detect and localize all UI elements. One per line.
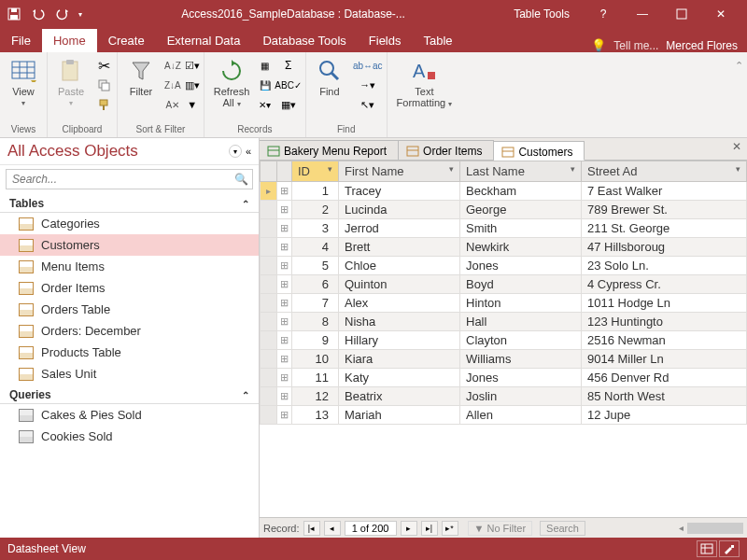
tab-database-tools[interactable]: Database Tools <box>251 29 357 52</box>
refresh-all-button[interactable]: RefreshAll ▾ <box>208 56 256 111</box>
table-row[interactable]: ⊞7AlexHinton1011 Hodge Ln <box>261 294 747 313</box>
row-selector[interactable] <box>261 219 277 238</box>
help-icon[interactable]: ? <box>585 0 622 28</box>
row-selector[interactable] <box>261 350 277 369</box>
cell-street[interactable]: 85 North West <box>582 387 747 406</box>
table-row[interactable]: ⊞10KiaraWilliams9014 Miller Ln <box>261 350 747 369</box>
cell-id[interactable]: 4 <box>292 238 339 257</box>
document-tab[interactable]: Customers <box>494 141 585 161</box>
tab-external-data[interactable]: External Data <box>156 29 252 52</box>
row-selector[interactable]: ▸ <box>261 182 277 201</box>
table-row[interactable]: ⊞11KatyJones456 Denver Rd <box>261 369 747 387</box>
nav-item-table[interactable]: Menu Items <box>0 256 259 277</box>
row-selector[interactable] <box>261 238 277 257</box>
expand-row-icon[interactable]: ⊞ <box>277 331 292 350</box>
next-record-icon[interactable]: ▸ <box>401 521 417 536</box>
expand-row-icon[interactable]: ⊞ <box>277 182 292 201</box>
format-painter-icon[interactable] <box>94 95 113 114</box>
nav-item-table[interactable]: Sales Unit <box>0 363 259 385</box>
qat-dropdown-icon[interactable]: ▾ <box>78 10 82 19</box>
totals-icon[interactable]: Σ <box>275 56 302 75</box>
cut-icon[interactable]: ✂ <box>94 56 113 75</box>
cell-first-name[interactable]: Alex <box>339 294 460 313</box>
advanced-filter-icon[interactable]: ▥▾ <box>185 76 200 94</box>
view-button[interactable]: View ▾ <box>4 56 43 109</box>
filter-status[interactable]: ▼ No Filter <box>468 521 533 536</box>
document-tab[interactable]: Order Items <box>399 140 494 160</box>
redo-icon[interactable] <box>54 6 71 22</box>
nav-item-table[interactable]: Orders: December <box>0 320 259 342</box>
column-dropdown-icon[interactable]: ▾ <box>328 164 332 174</box>
cell-street[interactable]: 9014 Miller Ln <box>582 350 747 369</box>
cell-first-name[interactable]: Hillary <box>339 331 460 350</box>
nav-item-query[interactable]: Cakes & Pies Sold <box>0 404 259 426</box>
column-header[interactable]: Last Name▾ <box>460 161 582 182</box>
datasheet[interactable]: ID▾First Name▾Last Name▾Street Ad▾ ▸⊞1Tr… <box>260 161 747 517</box>
tell-me-input[interactable]: Tell me... <box>613 39 658 52</box>
new-record-nav-icon[interactable]: ▸* <box>442 521 458 536</box>
cell-id[interactable]: 3 <box>292 219 339 238</box>
column-dropdown-icon[interactable]: ▾ <box>736 164 740 174</box>
nav-group-header-queries[interactable]: Queries ⌃ <box>0 385 259 404</box>
cell-street[interactable]: 211 St. George <box>582 219 747 238</box>
cell-first-name[interactable]: Nisha <box>339 313 460 331</box>
nav-item-table[interactable]: Orders Table <box>0 299 259 320</box>
maximize-icon[interactable] <box>663 0 700 28</box>
new-record-icon[interactable]: ▦ <box>259 56 271 75</box>
save-record-icon[interactable]: 💾 <box>259 76 271 94</box>
cell-last-name[interactable]: Boyd <box>460 275 582 294</box>
cell-last-name[interactable]: Hall <box>460 313 582 331</box>
cell-id[interactable]: 8 <box>292 313 339 331</box>
spelling-icon[interactable]: ABC✓ <box>275 76 302 94</box>
cell-last-name[interactable]: Jones <box>460 369 582 387</box>
cell-last-name[interactable]: Hinton <box>460 294 582 313</box>
cell-id[interactable]: 9 <box>292 331 339 350</box>
nav-collapse-icon[interactable]: « <box>246 146 251 157</box>
tab-create[interactable]: Create <box>97 29 156 52</box>
nav-dropdown-icon[interactable]: ▾ <box>229 145 242 158</box>
cell-first-name[interactable]: Kiara <box>339 350 460 369</box>
cell-last-name[interactable]: Joslin <box>460 387 582 406</box>
collapse-ribbon-icon[interactable]: ⌃ <box>735 60 743 71</box>
datasheet-view-switch-icon[interactable] <box>697 540 717 557</box>
nav-item-table[interactable]: Customers <box>0 234 259 256</box>
cell-first-name[interactable]: Katy <box>339 369 460 387</box>
expand-row-icon[interactable]: ⊞ <box>277 350 292 369</box>
user-name[interactable]: Merced Flores <box>666 39 738 52</box>
more-records-icon[interactable]: ▦▾ <box>275 95 302 114</box>
cell-last-name[interactable]: George <box>460 201 582 219</box>
cell-first-name[interactable]: Jerrod <box>339 219 460 238</box>
column-header[interactable]: Street Ad▾ <box>582 161 747 182</box>
nav-group-header-tables[interactable]: Tables ⌃ <box>0 193 259 213</box>
cell-street[interactable]: 7 East Walker <box>582 182 747 201</box>
search-icon[interactable]: 🔍 <box>234 173 248 186</box>
cell-first-name[interactable]: Chloe <box>339 257 460 275</box>
close-icon[interactable]: ✕ <box>702 0 740 28</box>
sort-desc-icon[interactable]: Z↓A <box>164 76 181 94</box>
tab-home[interactable]: Home <box>42 29 97 52</box>
cell-id[interactable]: 6 <box>292 275 339 294</box>
expand-row-icon[interactable]: ⊞ <box>277 275 292 294</box>
cell-id[interactable]: 1 <box>292 182 339 201</box>
cell-id[interactable]: 10 <box>292 350 339 369</box>
minimize-icon[interactable]: — <box>624 0 661 28</box>
tab-fields[interactable]: Fields <box>358 29 413 52</box>
cell-street[interactable]: 789 Brewer St. <box>582 201 747 219</box>
row-selector[interactable] <box>261 406 277 425</box>
cell-last-name[interactable]: Williams <box>460 350 582 369</box>
cell-id[interactable]: 5 <box>292 257 339 275</box>
goto-icon[interactable]: →▾ <box>353 76 383 94</box>
document-tab[interactable]: Bakery Menu Report <box>260 140 399 160</box>
cell-street[interactable]: 456 Denver Rd <box>582 369 747 387</box>
delete-record-icon[interactable]: ✕▾ <box>259 95 271 114</box>
cell-last-name[interactable]: Allen <box>460 406 582 425</box>
column-dropdown-icon[interactable]: ▾ <box>571 164 575 174</box>
expand-row-icon[interactable]: ⊞ <box>277 387 292 406</box>
cell-street[interactable]: 47 Hillsboroug <box>582 238 747 257</box>
cell-street[interactable]: 2516 Newman <box>582 331 747 350</box>
cell-id[interactable]: 11 <box>292 369 339 387</box>
expand-row-icon[interactable]: ⊞ <box>277 257 292 275</box>
cell-first-name[interactable]: Lucinda <box>339 201 460 219</box>
table-row[interactable]: ⊞6QuintonBoyd4 Cypress Cr. <box>261 275 747 294</box>
row-selector[interactable] <box>261 275 277 294</box>
